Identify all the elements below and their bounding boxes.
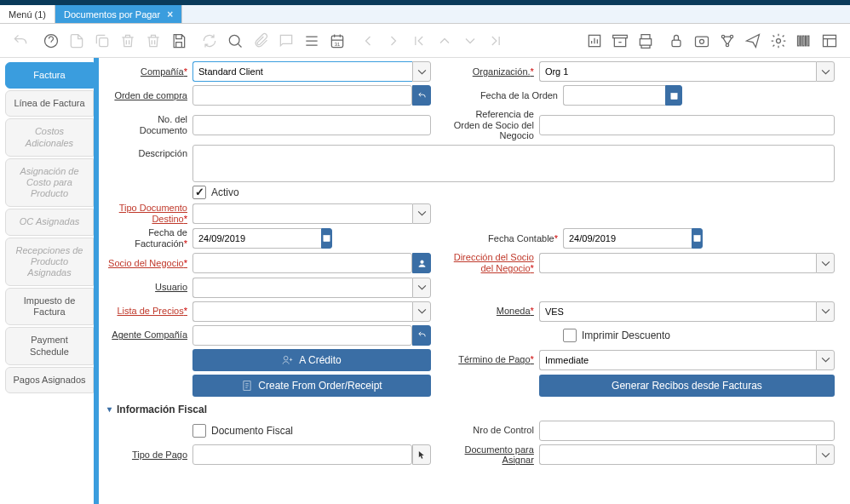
sidetab-payment[interactable]: Payment Schedule [5,327,94,364]
fechaorden-field[interactable] [563,85,665,106]
label-moneda[interactable]: Moneda [452,306,539,317]
usuario-field[interactable] [192,278,412,298]
group-infofiscal[interactable]: ▾Información Fiscal [107,404,835,415]
nodoc-field[interactable] [192,115,431,135]
acredito-button[interactable]: A Crédito [192,349,431,371]
refresh-icon[interactable] [198,29,221,53]
chat-icon[interactable] [274,29,298,53]
send-icon[interactable] [741,29,765,53]
next-icon[interactable] [382,29,405,53]
label-tipodoc[interactable]: Tipo Documento Destino [107,203,192,224]
agente-field[interactable] [192,325,412,346]
label-tipopago[interactable]: Tipo de Pago [107,450,192,461]
new-icon[interactable] [65,29,89,53]
tab-menu[interactable]: Menú (1) [0,5,55,23]
archive-icon[interactable] [608,29,632,53]
termino-field[interactable] [539,350,816,370]
save-icon[interactable] [167,29,191,53]
createfrom-button[interactable]: Create From Order/Receipt [192,375,431,397]
label-usuario[interactable]: Usuario [107,282,192,293]
sidetab-costos[interactable]: Costos Adicionales [5,118,94,156]
undo-icon[interactable] [9,29,32,53]
compania-field[interactable] [192,61,412,82]
moneda-field[interactable] [539,301,816,322]
socio-browse[interactable] [412,253,431,273]
docfiscal-checkbox[interactable]: Documento Fiscal [192,424,293,438]
up-icon[interactable] [433,29,457,53]
descripcion-field[interactable] [192,145,835,182]
close-icon[interactable]: × [167,9,173,20]
termino-dropdown[interactable] [816,350,835,370]
ordencompra-field[interactable] [192,85,412,106]
organizacion-dropdown[interactable] [816,61,835,82]
docasignar-field[interactable] [539,444,816,465]
refsocio-field[interactable] [539,115,835,135]
label-fechacont: Fecha Contable [452,233,563,244]
label-organizacion[interactable]: Organización. [452,66,539,77]
dirsocio-dropdown[interactable] [816,253,835,273]
search-icon[interactable] [223,29,247,53]
label-listaprecios[interactable]: Lista de Precios [107,306,192,317]
tipopago-cursor[interactable] [412,444,431,465]
compania-dropdown[interactable] [412,61,431,82]
fechacont-cal[interactable] [692,228,703,249]
customize-icon[interactable] [818,29,841,53]
label-socio[interactable]: Socio del Negocio [107,258,192,269]
sidetab-oc[interactable]: OC Asignadas [5,209,94,235]
attach-icon[interactable] [249,29,273,53]
sidetab-asigcosto[interactable]: Asignación de Costo para Producto [5,158,94,208]
ordencompra-go[interactable] [412,85,431,106]
listaprecios-dropdown[interactable] [412,301,431,322]
list-icon[interactable] [300,29,324,53]
label-ordencompra[interactable]: Orden de compra [107,90,192,101]
fechafact-cal[interactable] [321,228,332,249]
sidetab-impuesto[interactable]: Impuesto de Factura [5,288,94,325]
tipopago-field[interactable] [192,444,412,465]
moneda-dropdown[interactable] [816,301,835,322]
label-compania[interactable]: Compañía [107,66,192,77]
zoom-icon[interactable] [690,29,714,53]
last-icon[interactable] [484,29,508,53]
print-icon[interactable] [634,29,658,53]
report-icon[interactable] [583,29,606,53]
first-icon[interactable] [407,29,431,53]
label-agente[interactable]: Agente Compañía [107,329,192,341]
nrocontrol-field[interactable] [539,421,835,441]
calendar-icon[interactable]: 31 [325,29,349,53]
agente-go[interactable] [412,325,431,346]
copy-icon[interactable] [90,29,114,53]
sidetab-factura[interactable]: Factura [5,62,94,89]
tab-documentos[interactable]: Documentos por Pagar × [55,5,182,23]
down-icon[interactable] [458,29,482,53]
activo-checkbox[interactable]: Activo [192,186,239,199]
sidetab-linea[interactable]: Línea de Factura [5,90,94,117]
fechaorden-cal[interactable] [665,85,682,106]
help-icon[interactable] [39,29,63,53]
delete2-icon[interactable] [141,29,165,53]
imprimir-checkbox[interactable]: Imprimir Descuento [563,329,670,342]
label-termino[interactable]: Término de Pago [452,354,539,365]
sidetab-pagos[interactable]: Pagos Asignados [5,367,94,393]
dirsocio-field[interactable] [539,253,816,273]
listaprecios-field[interactable] [192,301,412,322]
organizacion-field[interactable] [539,61,816,82]
barcode-icon[interactable] [792,29,816,53]
prev-icon[interactable] [356,29,380,53]
tipodoc-field[interactable] [192,203,412,224]
socio-field[interactable] [192,253,412,273]
docasignar-dropdown[interactable] [816,444,835,465]
tipodoc-dropdown[interactable] [412,203,431,224]
delete-icon[interactable] [116,29,140,53]
fechafact-field[interactable] [192,228,321,249]
sidetab-recep[interactable]: Recepciones de Producto Asignadas [5,238,94,287]
svg-point-23 [284,356,289,360]
generar-button[interactable]: Generar Recibos desde Facturas [539,375,835,397]
label-dirsocio[interactable]: Dirección del Socio del Negocio [452,252,539,273]
svg-rect-6 [672,40,681,46]
lock-icon[interactable] [664,29,688,53]
gear-icon[interactable] [767,29,790,53]
label-docasignar[interactable]: Documento para Asignar [452,444,539,466]
usuario-dropdown[interactable] [412,278,431,298]
workflow-icon[interactable] [715,29,739,53]
fechacont-field[interactable] [563,228,692,249]
